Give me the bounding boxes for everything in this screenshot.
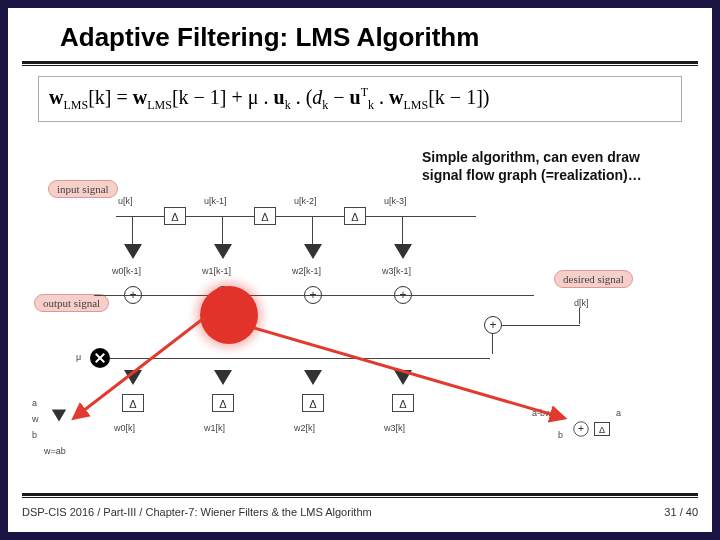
legend-delay: Δ	[594, 422, 610, 436]
tap-label: u[k-1]	[204, 196, 227, 206]
update-mult-icon	[305, 371, 321, 385]
tap-wire	[132, 216, 133, 244]
tap-label: u[k-2]	[294, 196, 317, 206]
delay-box: Δ	[164, 207, 186, 225]
footer-rule-thin	[22, 497, 698, 498]
wire	[579, 308, 580, 324]
multiplier-icon	[395, 245, 411, 259]
update-mult-icon	[125, 371, 141, 385]
weight-label: w0[k-1]	[112, 266, 141, 276]
weight-update-label: w0[k]	[114, 423, 135, 433]
annotation-note: Simple algorithm, can even draw signal f…	[422, 148, 672, 184]
footer-breadcrumb: DSP-CIS 2016 / Part-III / Chapter-7: Wie…	[22, 506, 372, 518]
delay-box: Δ	[344, 207, 366, 225]
multiplier-icon	[125, 245, 141, 259]
highlight-circle-icon	[200, 286, 258, 344]
slide-title: Adaptive Filtering: LMS Algorithm	[8, 8, 712, 59]
multiplier-icon	[305, 245, 321, 259]
signal-flow-graph: input signal output signal desired signa…	[54, 198, 664, 458]
weight-label: w1[k-1]	[202, 266, 231, 276]
legend-b: b	[32, 430, 37, 440]
output-signal-label: output signal	[34, 294, 109, 312]
weight-update-label: w2[k]	[294, 423, 315, 433]
weight-label: w2[k-1]	[292, 266, 321, 276]
input-signal-label: input signal	[48, 180, 118, 198]
wire	[494, 295, 534, 296]
state-delay-box: Δ	[212, 394, 234, 412]
error-bus-wire	[110, 358, 490, 359]
output-wire	[94, 295, 494, 296]
desired-sample-label: d[k]	[574, 298, 589, 308]
update-mult-icon	[215, 371, 231, 385]
legend-adder: +	[573, 421, 588, 436]
mu-label: μ	[76, 352, 81, 362]
error-adder: +	[484, 316, 502, 334]
mu-multiplier-icon	[90, 348, 110, 368]
page-number: 31 / 40	[664, 506, 698, 518]
tap-label: u[k-3]	[384, 196, 407, 206]
title-rule-thick	[22, 61, 698, 64]
desired-signal-label: desired signal	[554, 270, 633, 288]
wire	[502, 325, 580, 326]
legend-w: w	[32, 414, 39, 424]
tap-wire	[312, 216, 313, 244]
tap-wire	[402, 216, 403, 244]
legend-mult-icon	[53, 410, 66, 421]
lms-update-equation: wLMS[k] = wLMS[k − 1] + μ . uk . (dk − u…	[38, 76, 682, 122]
weight-label: w3[k-1]	[382, 266, 411, 276]
legend-b2: b	[558, 430, 563, 440]
tap-wire	[222, 216, 223, 244]
wire	[492, 334, 493, 354]
state-delay-box: Δ	[392, 394, 414, 412]
state-delay-box: Δ	[122, 394, 144, 412]
footer-rule-thick	[22, 493, 698, 496]
legend-abw: a-bw	[532, 408, 552, 418]
highlight-arrows-icon	[54, 198, 664, 458]
legend-a2: a	[616, 408, 621, 418]
state-delay-box: Δ	[302, 394, 324, 412]
weight-update-label: w3[k]	[384, 423, 405, 433]
legend-wab: w=ab	[44, 446, 66, 456]
tap-label: u[k]	[118, 196, 133, 206]
delay-box: Δ	[254, 207, 276, 225]
multiplier-icon	[215, 245, 231, 259]
title-rule-thin	[22, 65, 698, 66]
legend-a: a	[32, 398, 37, 408]
weight-update-label: w1[k]	[204, 423, 225, 433]
update-mult-icon	[395, 371, 411, 385]
